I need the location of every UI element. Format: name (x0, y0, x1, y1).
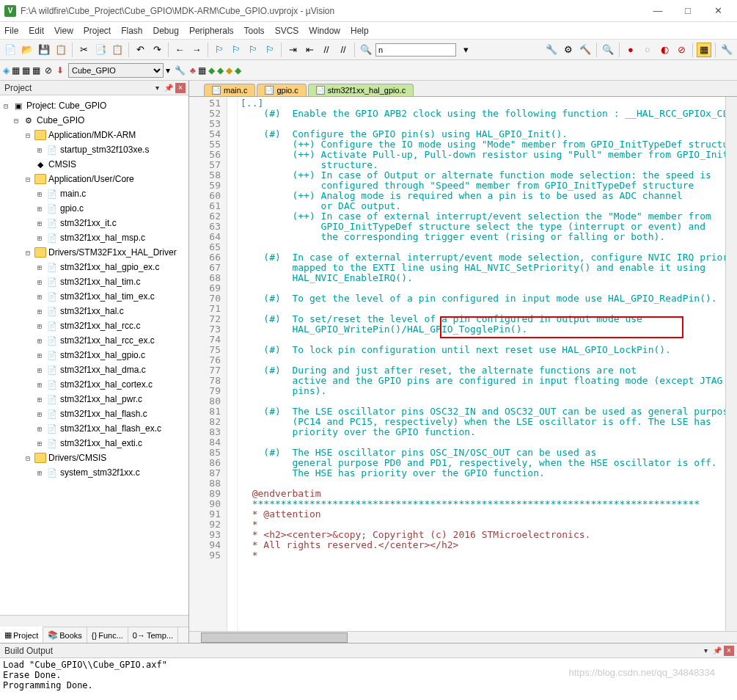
debug-icon[interactable]: 🔍 (601, 43, 615, 57)
tree-node[interactable]: ⊟Application/MDK-ARM (1, 128, 187, 142)
open-icon[interactable]: 📂 (20, 43, 34, 57)
nav-forward-icon[interactable]: → (189, 43, 204, 57)
uncomment-icon[interactable]: // (336, 43, 351, 57)
download-icon[interactable]: ⬇ (56, 65, 64, 76)
tree-node[interactable]: ⊟⚙Cube_GPIO (1, 113, 187, 128)
menu-flash[interactable]: Flash (121, 26, 142, 36)
build-icon[interactable]: ▦ (12, 65, 20, 76)
tab-project[interactable]: ▦ Project (0, 627, 43, 643)
tree-node[interactable]: ◆CMSIS (1, 157, 187, 172)
save-icon[interactable]: 💾 (37, 43, 51, 57)
tree-node[interactable]: ⊞📄startup_stm32f103xe.s (1, 142, 187, 157)
build-dock-icon[interactable]: 📌 (712, 646, 722, 656)
tree-node[interactable]: ⊞📄stm32f1xx_it.c (1, 216, 187, 230)
manage2-icon[interactable]: ◆ (208, 65, 215, 76)
undo-icon[interactable]: ↶ (133, 43, 147, 57)
nav-back-icon[interactable]: ← (172, 43, 187, 57)
tree-node[interactable]: ⊞📄stm32f1xx_hal_flash.c (1, 406, 187, 421)
find-dropdown-icon[interactable]: ▾ (458, 43, 473, 57)
tree-node[interactable]: ⊞📄stm32f1xx_hal_tim.c (1, 274, 187, 289)
tab-main-c[interactable]: 📄main.c (204, 84, 255, 96)
stop-build-icon[interactable]: ⊘ (45, 65, 52, 76)
tree-node[interactable]: ⊞📄stm32f1xx_hal_pwr.c (1, 392, 187, 406)
bp-disable-all-icon[interactable]: ◐ (657, 43, 672, 57)
config3-icon[interactable]: 🔨 (578, 43, 593, 57)
bookmark-clear-icon[interactable]: 🏳 (263, 43, 277, 57)
new-file-icon[interactable]: 📄 (3, 43, 18, 57)
fold-column[interactable] (227, 97, 238, 631)
menu-peripherals[interactable]: Peripherals (189, 26, 234, 36)
menu-svcs[interactable]: SVCS (275, 26, 299, 36)
close-button[interactable]: ✕ (703, 2, 733, 20)
pack-icon[interactable]: ◆ (226, 65, 232, 76)
bookmark-prev-icon[interactable]: 🏳 (229, 43, 243, 57)
menu-help[interactable]: Help (351, 26, 369, 36)
manage3-icon[interactable]: ◆ (217, 65, 224, 76)
project-tree[interactable]: ⊟▣Project: Cube_GPIO⊟⚙Cube_GPIO⊟Applicat… (0, 95, 188, 615)
tab-hal-gpio-c[interactable]: 📄stm32f1xx_hal_gpio.c (308, 84, 414, 96)
build-pin-icon[interactable]: ▾ (700, 646, 711, 656)
translate-icon[interactable]: ◈ (3, 65, 10, 76)
tab-books[interactable]: 📚 Books (43, 627, 87, 643)
save-all-icon[interactable]: 📋 (54, 43, 68, 57)
tree-node[interactable]: ⊞📄stm32f1xx_hal_gpio_ex.c (1, 260, 187, 274)
code-editor[interactable]: 5152535455565758596061626364656667686970… (189, 97, 737, 631)
bookmark-next-icon[interactable]: 🏳 (246, 43, 260, 57)
comment-icon[interactable]: // (319, 43, 334, 57)
menu-view[interactable]: View (54, 26, 73, 36)
tree-node[interactable]: ⊞📄gpio.c (1, 201, 187, 216)
panel-close-icon[interactable]: × (175, 83, 186, 93)
tree-node[interactable]: ⊟Application/User/Core (1, 172, 187, 186)
tree-node[interactable]: ⊞📄stm32f1xx_hal.c (1, 304, 187, 318)
minimize-button[interactable]: — (643, 2, 672, 20)
bookmark-icon[interactable]: 🏳 (212, 43, 227, 57)
project-hscroll[interactable] (0, 615, 188, 627)
tab-gpio-c[interactable]: 📄gpio.c (257, 84, 306, 96)
build-output-body[interactable]: Load "Cube_GPIO\\Cube_GPIO.axf" Erase Do… (0, 658, 737, 700)
tab-functions[interactable]: {} Func... (87, 627, 128, 643)
paste-icon[interactable]: 📋 (110, 43, 125, 57)
file-ext-icon[interactable]: ♣ (190, 65, 196, 76)
menu-project[interactable]: Project (84, 26, 111, 36)
code-content[interactable]: [..] (#) Enable the GPIO APB2 clock usin… (238, 97, 737, 631)
panel-pin-icon[interactable]: ▾ (152, 83, 162, 93)
tab-templates[interactable]: 0→ Temp... (128, 627, 178, 643)
editor-hscroll[interactable] (189, 631, 737, 643)
find-in-files-icon[interactable]: 🔍 (359, 43, 373, 57)
tree-node[interactable]: ⊟▣Project: Cube_GPIO (1, 98, 187, 113)
tree-node[interactable]: ⊞📄system_stm32f1xx.c (1, 465, 187, 480)
tree-node[interactable]: ⊞📄stm32f1xx_hal_rcc.c (1, 318, 187, 333)
tree-node[interactable]: ⊞📄stm32f1xx_hal_flash_ex.c (1, 421, 187, 436)
find-input[interactable] (375, 43, 456, 56)
tree-node[interactable]: ⊟Drivers/STM32F1xx_HAL_Driver (1, 245, 187, 260)
tree-node[interactable]: ⊞📄stm32f1xx_hal_exti.c (1, 436, 187, 451)
tree-node[interactable]: ⊞📄stm32f1xx_hal_cortex.c (1, 377, 187, 392)
tree-node[interactable]: ⊞📄stm32f1xx_hal_gpio.c (1, 348, 187, 362)
cut-icon[interactable]: ✂ (76, 43, 91, 57)
pack2-icon[interactable]: ◆ (235, 65, 241, 76)
tree-node[interactable]: ⊟Drivers/CMSIS (1, 451, 187, 465)
menu-edit[interactable]: Edit (29, 26, 44, 36)
editor-vscroll[interactable] (725, 97, 737, 631)
build-close-icon[interactable]: × (724, 646, 734, 656)
maximize-button[interactable]: □ (673, 2, 703, 20)
outdent-icon[interactable]: ⇤ (302, 43, 317, 57)
bp-kill-all-icon[interactable]: ⊘ (674, 43, 689, 57)
redo-icon[interactable]: ↷ (150, 43, 164, 57)
options-icon[interactable]: 🔧 (175, 65, 186, 76)
menu-file[interactable]: File (4, 26, 18, 36)
target-dropdown-icon[interactable]: ▾ (166, 65, 170, 76)
copy-icon[interactable]: 📑 (93, 43, 108, 57)
menu-window[interactable]: Window (309, 26, 340, 36)
bp-insert-icon[interactable]: ● (623, 43, 638, 57)
tree-node[interactable]: ⊞📄stm32f1xx_hal_rcc_ex.c (1, 333, 187, 348)
indent-icon[interactable]: ⇥ (285, 43, 300, 57)
config2-icon[interactable]: ⚙ (561, 43, 576, 57)
configure-icon[interactable]: 🔧 (719, 43, 734, 57)
panel-dock-icon[interactable]: 📌 (164, 83, 174, 93)
batch-build-icon[interactable]: ▦ (32, 65, 40, 76)
menu-tools[interactable]: Tools (244, 26, 265, 36)
tree-node[interactable]: ⊞📄stm32f1xx_hal_msp.c (1, 230, 187, 245)
menu-debug[interactable]: Debug (153, 26, 179, 36)
tree-node[interactable]: ⊞📄main.c (1, 186, 187, 201)
